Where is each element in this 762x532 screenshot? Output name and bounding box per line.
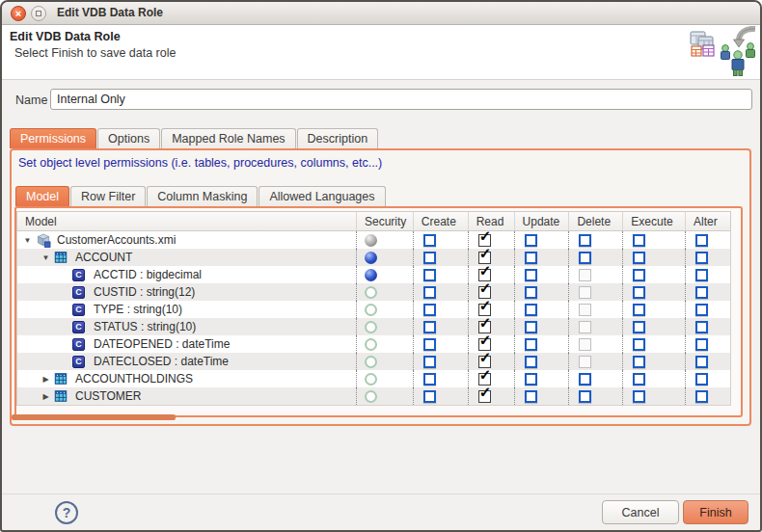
security-hollow-ring-icon[interactable]: [365, 321, 377, 333]
check-mark-icon: ✓: [479, 366, 492, 384]
tab-description[interactable]: Description: [297, 128, 379, 148]
alter-checkbox[interactable]: [695, 373, 708, 386]
title-bar[interactable]: × Edit VDB Data Role: [2, 2, 760, 25]
security-blue-sphere-icon[interactable]: [365, 269, 377, 281]
alter-checkbox[interactable]: [695, 269, 708, 281]
check-mark-icon: ✓: [479, 279, 492, 297]
tree-expander-icon[interactable]: ▶: [40, 375, 52, 384]
security-hollow-ring-icon[interactable]: [365, 356, 377, 368]
create-checkbox[interactable]: [423, 304, 436, 316]
tab-model[interactable]: Model: [15, 186, 69, 206]
execute-checkbox[interactable]: [633, 234, 645, 247]
execute-checkbox[interactable]: [633, 356, 645, 368]
execute-checkbox[interactable]: [633, 286, 645, 299]
alter-checkbox[interactable]: [695, 356, 708, 368]
name-input[interactable]: [50, 89, 752, 110]
close-button[interactable]: ×: [11, 6, 26, 21]
security-gray-sphere-icon[interactable]: [365, 234, 377, 247]
column-header-delete[interactable]: Delete: [568, 212, 622, 230]
update-checkbox[interactable]: [525, 356, 537, 368]
check-mark-icon: ✓: [479, 262, 492, 279]
update-checkbox[interactable]: [525, 286, 537, 299]
alter-checkbox[interactable]: [695, 286, 708, 299]
table-row[interactable]: CACCTID : bigdecimal✓: [17, 266, 730, 283]
execute-checkbox[interactable]: [633, 390, 645, 403]
update-checkbox[interactable]: [525, 252, 537, 264]
create-checkbox[interactable]: [423, 338, 436, 351]
column-header-alter[interactable]: Alter: [685, 212, 730, 230]
column-header-update[interactable]: Update: [514, 212, 569, 230]
table-row[interactable]: ▼ACCOUNT✓: [17, 249, 730, 266]
security-hollow-ring-icon[interactable]: [365, 338, 377, 351]
update-checkbox[interactable]: [525, 321, 537, 333]
alter-checkbox[interactable]: [695, 338, 708, 351]
cancel-button[interactable]: Cancel: [602, 500, 679, 524]
column-header-model[interactable]: Model: [17, 212, 356, 230]
tab-permissions[interactable]: Permissions: [10, 128, 96, 148]
check-mark-icon: ✓: [479, 314, 492, 332]
alter-checkbox[interactable]: [695, 321, 708, 333]
tree-node-label: TYPE : string(10): [94, 303, 182, 316]
read-checkbox[interactable]: ✓: [478, 390, 491, 403]
execute-checkbox[interactable]: [633, 373, 645, 386]
maximize-button[interactable]: [31, 6, 46, 21]
delete-checkbox[interactable]: [579, 252, 591, 264]
check-mark-icon: ✓: [479, 297, 492, 314]
create-checkbox[interactable]: [423, 390, 436, 403]
execute-checkbox[interactable]: [633, 304, 645, 316]
create-checkbox[interactable]: [423, 356, 436, 368]
tab-options[interactable]: Options: [97, 128, 160, 148]
create-checkbox[interactable]: [423, 321, 436, 333]
alter-checkbox[interactable]: [695, 304, 708, 316]
table-row[interactable]: CDATEOPENED : dateTime✓: [17, 335, 730, 353]
tree-expander-icon[interactable]: ▼: [21, 236, 34, 245]
execute-checkbox[interactable]: [633, 338, 645, 351]
horizontal-scrollbar-thumb[interactable]: [12, 414, 176, 420]
update-checkbox[interactable]: [525, 390, 537, 403]
update-checkbox[interactable]: [525, 338, 537, 351]
execute-checkbox[interactable]: [633, 269, 645, 281]
update-checkbox[interactable]: [525, 234, 537, 247]
create-checkbox[interactable]: [423, 286, 436, 299]
create-checkbox[interactable]: [423, 373, 436, 386]
column-header-security[interactable]: Security: [356, 212, 413, 230]
column-header-create[interactable]: Create: [413, 212, 468, 230]
execute-checkbox[interactable]: [633, 252, 645, 264]
delete-checkbox[interactable]: [579, 390, 591, 403]
help-button[interactable]: ?: [55, 501, 78, 524]
update-checkbox[interactable]: [525, 269, 537, 281]
finish-button[interactable]: Finish: [683, 500, 748, 524]
tab-mapped-role-names[interactable]: Mapped Role Names: [161, 128, 295, 148]
security-hollow-ring-icon[interactable]: [365, 286, 377, 299]
security-hollow-ring-icon[interactable]: [365, 304, 377, 316]
table-row[interactable]: CTYPE : string(10)✓: [17, 301, 730, 318]
tree-expander-icon[interactable]: ▼: [40, 253, 52, 262]
table-row[interactable]: CSTATUS : string(10)✓: [17, 318, 730, 335]
tab-row-filter[interactable]: Row Filter: [70, 186, 146, 206]
table-row[interactable]: ▶CUSTOMER✓: [17, 387, 730, 405]
table-row[interactable]: CCUSTID : string(12)✓: [17, 283, 730, 301]
update-checkbox[interactable]: [525, 373, 537, 386]
delete-checkbox[interactable]: [579, 373, 591, 386]
execute-checkbox[interactable]: [633, 321, 645, 333]
create-checkbox[interactable]: [423, 252, 436, 264]
alter-checkbox[interactable]: [695, 390, 708, 403]
update-checkbox[interactable]: [525, 304, 537, 316]
table-row[interactable]: CDATECLOSED : dateTime✓: [17, 353, 730, 370]
alter-checkbox[interactable]: [695, 252, 708, 264]
alter-checkbox[interactable]: [695, 234, 708, 247]
create-checkbox[interactable]: [423, 234, 436, 247]
delete-checkbox[interactable]: [579, 234, 591, 247]
tab-allowed-languages[interactable]: Allowed Languages: [259, 186, 385, 206]
table-row[interactable]: ▶ACCOUNTHOLDINGS✓: [17, 370, 730, 387]
permissions-instruction: Set object level permissions (i.e. table…: [18, 156, 382, 170]
create-checkbox[interactable]: [423, 269, 436, 281]
table-row[interactable]: ▼CustomerAccounts.xmi✓: [17, 231, 730, 249]
tab-column-masking[interactable]: Column Masking: [147, 186, 258, 206]
security-blue-sphere-icon[interactable]: [365, 252, 377, 264]
security-hollow-ring-icon[interactable]: [365, 390, 377, 403]
column-header-execute[interactable]: Execute: [622, 212, 685, 230]
tree-expander-icon[interactable]: ▶: [40, 392, 52, 401]
delete-checkbox: [579, 338, 591, 351]
security-hollow-ring-icon[interactable]: [365, 373, 377, 386]
